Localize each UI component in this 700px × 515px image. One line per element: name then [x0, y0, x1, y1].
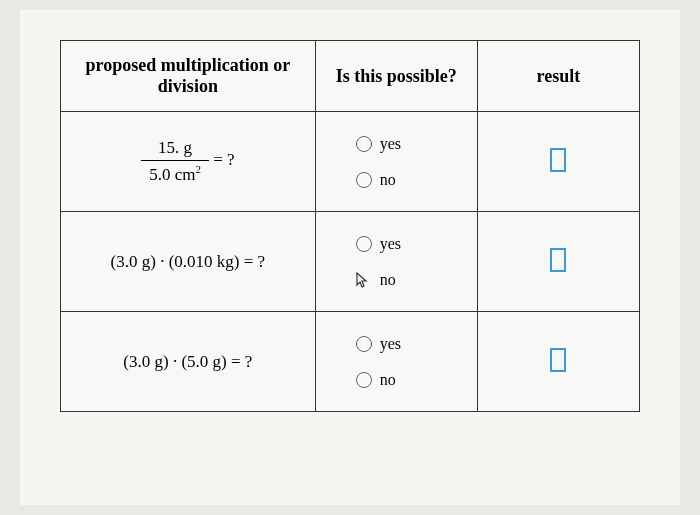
- header-result: result: [477, 41, 639, 112]
- radio-yes-3[interactable]: yes: [356, 335, 401, 353]
- radio-label-yes: yes: [380, 335, 401, 353]
- table-row: 15. g 5.0 cm2 = ? yes: [61, 112, 640, 212]
- formula-cell-2: (3.0 g) · (0.010 kg) = ?: [61, 212, 316, 312]
- possible-cell-2: yes no: [315, 212, 477, 312]
- radio-label-yes: yes: [380, 135, 401, 153]
- cursor-icon: [356, 272, 370, 288]
- radio-no-3[interactable]: no: [356, 371, 396, 389]
- radio-label-yes: yes: [380, 235, 401, 253]
- possible-cell-1: yes no: [315, 112, 477, 212]
- radio-label-no: no: [380, 271, 396, 289]
- formula-cell-1: 15. g 5.0 cm2 = ?: [61, 112, 316, 212]
- radio-icon: [356, 172, 372, 188]
- radio-icon: [356, 372, 372, 388]
- equals-question: = ?: [213, 150, 234, 169]
- result-cell-1: [477, 112, 639, 212]
- radio-no-1[interactable]: no: [356, 171, 396, 189]
- radio-yes-2[interactable]: yes: [356, 235, 401, 253]
- radio-icon: [356, 336, 372, 352]
- table-row: (3.0 g) · (5.0 g) = ? yes no: [61, 312, 640, 412]
- fraction-numerator: 15. g: [141, 138, 209, 161]
- header-proposed: proposed multiplication or division: [61, 41, 316, 112]
- worksheet-container: proposed multiplication or division Is t…: [20, 10, 680, 505]
- table-row: (3.0 g) · (0.010 kg) = ? yes no: [61, 212, 640, 312]
- radio-label-no: no: [380, 371, 396, 389]
- result-cell-2: [477, 212, 639, 312]
- formula-cell-3: (3.0 g) · (5.0 g) = ?: [61, 312, 316, 412]
- fraction-denominator: 5.0 cm2: [141, 161, 209, 185]
- result-input-3[interactable]: [550, 348, 566, 372]
- result-cell-3: [477, 312, 639, 412]
- fraction: 15. g 5.0 cm2: [141, 138, 209, 185]
- problem-table: proposed multiplication or division Is t…: [60, 40, 640, 412]
- result-input-2[interactable]: [550, 248, 566, 272]
- radio-no-2[interactable]: no: [356, 271, 396, 289]
- radio-yes-1[interactable]: yes: [356, 135, 401, 153]
- radio-icon: [356, 236, 372, 252]
- radio-icon: [356, 136, 372, 152]
- result-input-1[interactable]: [550, 148, 566, 172]
- radio-label-no: no: [380, 171, 396, 189]
- header-possible: Is this possible?: [315, 41, 477, 112]
- possible-cell-3: yes no: [315, 312, 477, 412]
